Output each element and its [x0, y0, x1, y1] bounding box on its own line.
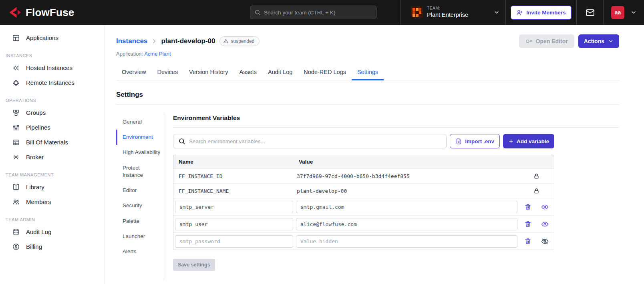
database-icon [12, 228, 20, 236]
editor-node-icon [525, 38, 533, 45]
hosted-instances-icon [12, 64, 20, 72]
visibility-eye-icon[interactable] [541, 203, 549, 211]
navbar-right: TEAM: Plant Enterprise Invite Members [400, 0, 644, 25]
breadcrumb-instances-link[interactable]: Instances [116, 37, 147, 45]
tab-assets[interactable]: Assets [234, 65, 263, 80]
delete-variable-button[interactable] [524, 238, 531, 245]
brand[interactable]: FlowFuse [7, 5, 250, 20]
add-variable-button[interactable]: Add variable [503, 134, 554, 148]
team-label: TEAM: [427, 6, 489, 11]
env-var-name: FF_INSTANCE_NAME [173, 188, 294, 194]
tab-settings[interactable]: Settings [352, 65, 384, 80]
tab-overview[interactable]: Overview [116, 65, 151, 80]
table-icon [12, 138, 20, 146]
lock-icon [519, 173, 554, 179]
sidebar-item-label: Applications [26, 34, 58, 41]
search-icon [178, 138, 185, 145]
team-selector[interactable]: TEAM: Plant Enterprise [400, 0, 505, 25]
main-content: Instances plant-develop-00 suspended [105, 25, 644, 284]
settings-nav-alerts[interactable]: Alerts [116, 244, 164, 259]
sidebar-item-groups[interactable]: Groups [0, 105, 105, 120]
env-var-name-input[interactable] [175, 218, 293, 230]
actions-button[interactable]: Actions [578, 34, 619, 48]
sidebar-item-label: Bill Of Materials [26, 139, 68, 146]
env-var-value-input[interactable] [296, 201, 517, 213]
sidebar-item-audit-log[interactable]: Audit Log [0, 224, 105, 239]
settings-nav-security[interactable]: Security [116, 198, 164, 213]
sidebar-section-instances: INSTANCES [6, 53, 105, 58]
envelope-icon [585, 8, 595, 18]
dollar-circle-icon [12, 243, 20, 251]
env-var-value: 37f7d969-97cd-4000-b650-b3d4f4eef855 [294, 173, 519, 179]
sidebar-item-label: Remote Instances [26, 79, 74, 86]
settings-nav: General Environment High Availability Pr… [116, 108, 164, 280]
settings-nav-general[interactable]: General [116, 114, 164, 130]
save-settings-button[interactable]: Save settings [173, 259, 215, 271]
sidebar-section-operations: OPERATIONS [6, 98, 105, 103]
invite-members-button[interactable]: Invite Members [511, 6, 571, 20]
env-var-name-input[interactable] [175, 201, 293, 213]
sidebar-item-broker[interactable]: Broker [0, 150, 105, 164]
lock-icon [519, 188, 554, 194]
env-var-value-input[interactable] [296, 235, 517, 248]
sidebar-item-library[interactable]: Library [0, 180, 105, 194]
env-var-name: FF_INSTANCE_ID [173, 173, 294, 179]
chevron-down-icon [608, 38, 614, 44]
settings-heading: Settings [116, 91, 619, 99]
sidebar-item-members[interactable]: Members [0, 194, 105, 209]
notifications-button[interactable] [577, 0, 603, 25]
sidebar-item-bill-of-materials[interactable]: Bill Of Materials [0, 135, 105, 150]
delete-variable-button[interactable] [524, 220, 531, 228]
application-link[interactable]: Acme Plant [144, 51, 171, 57]
applications-icon [12, 34, 20, 42]
env-var-name-input[interactable] [175, 235, 293, 248]
team-search[interactable] [250, 6, 376, 19]
import-env-button[interactable]: Import .env [450, 134, 500, 148]
warning-icon [223, 38, 229, 44]
settings-nav-protect-instance[interactable]: Protect Instance [116, 160, 164, 183]
chevron-down-icon [493, 9, 500, 16]
env-var-value-input[interactable] [296, 218, 517, 230]
open-editor-button[interactable]: Open Editor [519, 34, 574, 48]
team-search-input[interactable] [264, 10, 372, 16]
delete-variable-button[interactable] [524, 203, 531, 210]
tab-node-red-logs[interactable]: Node-RED Logs [298, 65, 352, 80]
table-row [173, 232, 554, 250]
page-title: plant-develop-00 [161, 37, 215, 45]
table-header-row: Name Value [173, 155, 554, 168]
sidebar-item-label: Billing [26, 243, 42, 250]
avatar[interactable]: aa [611, 6, 624, 19]
visibility-eye-off-icon[interactable] [541, 238, 549, 245]
tab-version-history[interactable]: Version History [183, 65, 234, 80]
env-search[interactable] [173, 134, 447, 148]
settings-nav-editor[interactable]: Editor [116, 183, 164, 198]
status-badge: suspended [219, 36, 260, 46]
settings-nav-high-availability[interactable]: High Availability [116, 145, 164, 160]
settings-nav-launcher[interactable]: Launcher [116, 229, 164, 244]
application-label: Application: [116, 51, 143, 57]
sidebar-item-remote-instances[interactable]: Remote Instances [0, 75, 105, 90]
chip-icon [12, 79, 20, 87]
user-plus-icon [516, 9, 523, 16]
settings-nav-environment[interactable]: Environment [116, 130, 164, 145]
tab-devices[interactable]: Devices [151, 65, 183, 80]
column-header-value: Value [294, 159, 519, 165]
sidebar-item-pipelines[interactable]: Pipelines [0, 120, 105, 135]
environment-variables-heading: Environment Variables [173, 114, 619, 128]
sidebar-item-hosted-instances[interactable]: Hosted Instances [0, 60, 105, 75]
sidebar-item-label: Groups [26, 109, 46, 116]
invite-members-label: Invite Members [526, 10, 566, 16]
settings-nav-palette[interactable]: Palette [116, 214, 164, 229]
sidebar-item-billing[interactable]: Billing [0, 239, 105, 254]
add-variable-label: Add variable [517, 138, 549, 144]
env-variables-table: Name Value FF_INSTANCE_ID 37f7d969-97cd-… [173, 155, 554, 250]
tab-audit-log[interactable]: Audit Log [262, 65, 298, 80]
flowfuse-logo-icon [7, 5, 22, 20]
visibility-eye-icon[interactable] [541, 220, 549, 228]
sidebar-item-label: Pipelines [26, 124, 50, 131]
env-search-input[interactable] [189, 138, 441, 144]
book-icon [12, 183, 20, 191]
sidebar-item-label: Members [26, 198, 51, 205]
user-menu[interactable]: aa [604, 0, 644, 25]
sidebar-item-applications[interactable]: Applications [0, 30, 105, 45]
